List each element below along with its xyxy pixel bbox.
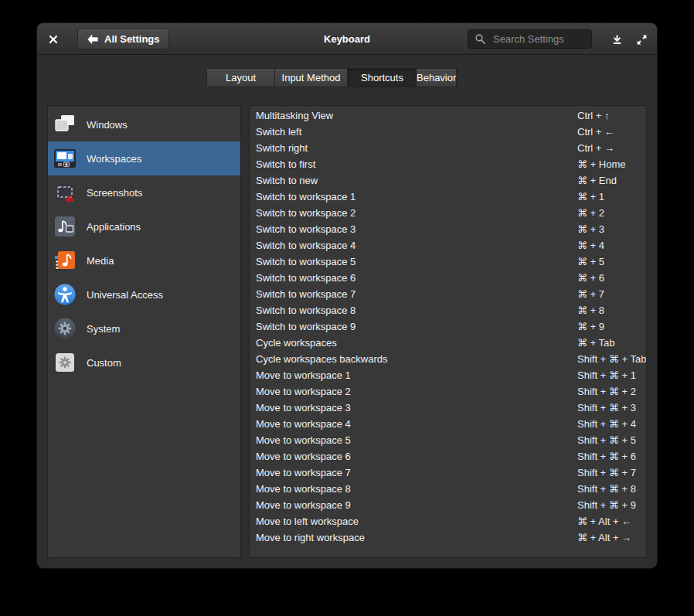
headerbar: All Settings Keyboard [37,23,657,55]
sidebar-item-universal-access[interactable]: Universal Access [48,277,240,311]
sidebar-item-label: Universal Access [87,289,163,301]
close-button[interactable] [46,32,60,46]
shortcut-row[interactable]: Switch to workspace 9 ⌘ + 9 [250,318,646,335]
sidebar-item-label: Workspaces [87,153,141,165]
shortcut-accelerator[interactable]: Ctrl + ↑ [577,110,610,121]
shortcut-name: Move to workspace 1 [256,369,351,381]
sidebar-item-applications[interactable]: Applications [48,209,240,243]
shortcut-row[interactable]: Switch to workspace 2 ⌘ + 2 [250,205,646,221]
fullscreen-button[interactable] [634,32,648,46]
shortcut-accelerator[interactable]: Shift + ⌘ + Tab [577,353,646,365]
shortcut-row[interactable]: Move to workspace 6 Shift + ⌘ + 6 [250,448,646,465]
shortcut-row[interactable]: Move to workspace 8 Shift + ⌘ + 8 [250,481,646,497]
shortcut-row[interactable]: Cycle workspaces ⌘ + Tab [250,335,646,351]
workspaces-icon [53,146,77,171]
shortcut-accelerator[interactable]: Shift + ⌘ + 6 [577,451,636,462]
tab-shortcuts[interactable]: Shortcuts [348,69,417,87]
shortcut-accelerator[interactable]: Shift + ⌘ + 3 [577,402,636,414]
tab-layout[interactable]: Layout [207,69,275,87]
shortcut-accelerator[interactable]: ⌘ + Tab [577,337,615,349]
shortcut-name: Switch to workspace 5 [256,256,356,267]
shortcut-row[interactable]: Move to workspace 9 Shift + ⌘ + 9 [250,497,646,513]
shortcut-accelerator[interactable]: ⌘ + 8 [577,305,604,316]
shortcut-accelerator[interactable]: ⌘ + 4 [577,240,604,251]
shortcut-name: Switch to workspace 1 [256,191,356,202]
all-settings-label: All Settings [104,33,160,45]
shortcut-row[interactable]: Move to workspace 4 Shift + ⌘ + 4 [250,416,646,432]
shortcut-row[interactable]: Move to workspace 1 Shift + ⌘ + 1 [250,367,646,383]
shortcut-accelerator[interactable]: ⌘ + 2 [577,207,604,219]
shortcut-accelerator[interactable]: Ctrl + ← [577,126,614,138]
shortcut-name: Switch to workspace 3 [256,223,356,235]
shortcut-row[interactable]: Move to workspace 3 Shift + ⌘ + 3 [250,400,646,416]
sidebar-item-windows[interactable]: Windows [48,107,240,141]
shortcut-name: Move to workspace 5 [256,434,351,446]
sidebar-item-system[interactable]: System [48,311,240,345]
settings-window: All Settings Keyboard [37,23,657,568]
shortcut-name: Switch to workspace 4 [256,240,356,251]
tab-input-method[interactable]: Input Method [275,69,348,87]
shortcut-row[interactable]: Switch to workspace 1 ⌘ + 1 [250,189,646,205]
shortcut-accelerator[interactable]: ⌘ + Home [577,158,626,170]
shortcut-accelerator[interactable]: Shift + ⌘ + 7 [577,467,636,478]
sidebar-item-custom[interactable]: Custom [48,345,240,379]
desktop: All Settings Keyboard [0,0,694,616]
shortcut-row[interactable]: Switch to workspace 8 ⌘ + 8 [250,302,646,318]
shortcut-name: Move to workspace 4 [256,418,351,430]
shortcut-row[interactable]: Move to workspace 7 Shift + ⌘ + 7 [250,465,646,481]
shortcut-accelerator[interactable]: ⌘ + 6 [577,272,604,284]
back-arrow-icon [87,33,99,46]
sidebar-item-workspaces[interactable]: Workspaces [48,141,240,175]
shortcut-accelerator[interactable]: ⌘ + Alt + → [577,532,631,543]
shortcut-accelerator[interactable]: ⌘ + Alt + ← [577,516,631,527]
shortcut-name: Move to workspace 2 [256,386,351,397]
shortcut-row[interactable]: Switch right Ctrl + → [250,140,646,156]
windows-icon [53,112,77,137]
shortcut-name: Switch to workspace 9 [256,321,356,332]
shortcut-accelerator[interactable]: ⌘ + 1 [577,191,604,202]
shortcut-row[interactable]: Move to right workspace ⌘ + Alt + → [250,529,646,546]
shortcut-accelerator[interactable]: ⌘ + End [577,175,617,186]
universal-access-icon [53,282,77,307]
sidebar-item-media[interactable]: Media [48,243,240,277]
shortcut-accelerator[interactable]: Ctrl + → [577,142,614,154]
fullscreen-icon [636,34,648,46]
shortcut-row[interactable]: Switch left Ctrl + ← [250,124,646,140]
shortcut-row[interactable]: Cycle workspaces backwards Shift + ⌘ + T… [250,351,646,367]
all-settings-button[interactable]: All Settings [77,29,169,49]
applications-icon [53,214,77,239]
shortcut-row[interactable]: Switch to new ⌘ + End [250,172,646,189]
sidebar-item-label: Screenshots [87,187,142,199]
shortcut-row[interactable]: Switch to workspace 7 ⌘ + 7 [250,286,646,302]
shortcut-accelerator[interactable]: Shift + ⌘ + 2 [577,386,636,397]
shortcut-accelerator[interactable]: ⌘ + 5 [577,256,604,267]
shortcut-row[interactable]: Move to workspace 5 Shift + ⌘ + 5 [250,432,646,448]
shortcut-accelerator[interactable]: Shift + ⌘ + 5 [577,434,636,446]
shortcut-accelerator[interactable]: Shift + ⌘ + 4 [577,418,636,430]
close-icon [48,34,59,45]
shortcut-row[interactable]: Multitasking View Ctrl + ↑ [250,107,646,124]
restore-defaults-button[interactable] [610,32,624,46]
shortcut-name: Move to workspace 3 [256,402,351,414]
shortcut-name: Move to workspace 7 [256,467,351,478]
sidebar-item-screenshots[interactable]: Screenshots [48,175,240,209]
shortcut-accelerator[interactable]: ⌘ + 7 [577,288,604,300]
shortcut-row[interactable]: Move to left workspace ⌘ + Alt + ← [250,513,646,529]
shortcut-row[interactable]: Switch to workspace 5 ⌘ + 5 [250,254,646,270]
tab-behavior[interactable]: Behavior [417,69,457,87]
sidebar-item-label: Custom [87,357,121,369]
shortcut-row[interactable]: Switch to workspace 6 ⌘ + 6 [250,270,646,286]
shortcut-accelerator[interactable]: Shift + ⌘ + 9 [577,499,636,511]
shortcut-accelerator[interactable]: Shift + ⌘ + 1 [577,369,636,381]
search-input[interactable] [492,32,585,46]
shortcut-row[interactable]: Move to workspace 2 Shift + ⌘ + 2 [250,383,646,400]
shortcut-list: Multitasking View Ctrl + ↑ Switch left C… [249,105,647,558]
shortcut-row[interactable]: Switch to first ⌘ + Home [250,156,646,172]
shortcut-row[interactable]: Switch to workspace 3 ⌘ + 3 [250,221,646,237]
shortcut-name: Switch to first [256,158,315,170]
sidebar-item-label: Media [87,255,114,267]
shortcut-row[interactable]: Switch to workspace 4 ⌘ + 4 [250,237,646,254]
shortcut-accelerator[interactable]: ⌘ + 3 [577,223,604,235]
shortcut-accelerator[interactable]: ⌘ + 9 [577,321,604,332]
shortcut-accelerator[interactable]: Shift + ⌘ + 8 [577,483,636,495]
